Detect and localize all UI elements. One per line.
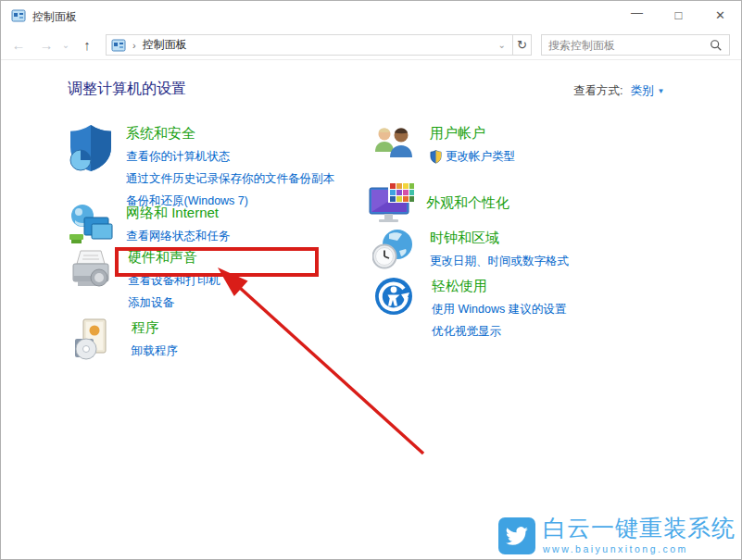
category-link[interactable]: 查看你的计算机状态 (126, 148, 334, 165)
refresh-button[interactable]: ↻ (512, 34, 532, 56)
watermark-url: www.baiyunxitong.com (543, 543, 736, 554)
uac-shield-icon (430, 149, 442, 164)
breadcrumb-chevron-icon[interactable]: › (132, 40, 136, 51)
search-input[interactable] (542, 39, 710, 52)
category-link[interactable]: 通过文件历史记录保存你的文件备份副本 (126, 170, 334, 187)
close-button[interactable]: ✕ (699, 1, 741, 29)
globe-clock-icon[interactable] (372, 229, 419, 273)
category-title-programs[interactable]: 程序 (132, 319, 178, 337)
category-link[interactable]: 添加设备 (128, 294, 220, 311)
category-title-appearance-and-personalization[interactable]: 外观和个性化 (426, 194, 509, 212)
minimize-button[interactable]: — (616, 1, 658, 29)
view-by-control: 查看方式: 类别 ▼ (573, 83, 664, 99)
category-title-network-and-internet[interactable]: 网络和 Internet (126, 205, 231, 222)
watermark-title: 白云一键重装系统 (543, 516, 736, 540)
category-title-user-accounts[interactable]: 用户帐户 (430, 125, 515, 143)
category-link[interactable]: 卸载程序 (132, 342, 178, 359)
category-programs: 程序 卸载程序 (74, 318, 178, 365)
view-by-label: 查看方式: (573, 83, 623, 99)
users-icon[interactable] (372, 124, 419, 165)
page-title: 调整计算机的设置 (68, 80, 186, 99)
category-title-ease-of-access[interactable]: 轻松使用 (432, 278, 566, 295)
security-shield-icon[interactable] (69, 124, 115, 177)
category-clock-and-region: 时钟和区域 更改日期、时间或数字格式 (372, 229, 569, 275)
back-button[interactable]: ← (6, 30, 31, 60)
recent-pages-chevron-icon[interactable]: ⌄ (58, 30, 73, 60)
control-panel-icon (11, 8, 26, 23)
search-icon[interactable] (710, 39, 723, 52)
category-title-hardware-and-sound[interactable]: 硬件和声音 (128, 249, 220, 267)
view-by-dropdown[interactable]: 类别 ▼ (630, 83, 664, 99)
category-title-system-and-security[interactable]: 系统和安全 (126, 125, 334, 143)
navigation-bar: ← → ⌄ ↑ › 控制面板 ⌄ ↻ (1, 30, 741, 60)
control-panel-icon (111, 38, 126, 53)
address-dropdown-icon[interactable]: ⌄ (498, 40, 506, 50)
forward-button[interactable]: → (34, 30, 58, 60)
category-link[interactable]: 使用 Windows 建议的设置 (432, 301, 566, 317)
breadcrumb[interactable]: 控制面板 (143, 37, 498, 53)
up-button[interactable]: ↑ (75, 30, 99, 60)
category-hardware-and-sound: 硬件和声音 查看设备和打印机 添加设备 (70, 248, 220, 317)
control-panel-window: 控制面板 — □ ✕ ← → ⌄ ↑ › 控制面板 ⌄ ↻ (0, 0, 742, 560)
category-link[interactable]: 更改日期、时间或数字格式 (430, 253, 569, 269)
category-user-accounts: 用户帐户 更改帐户类型 (372, 124, 515, 170)
category-link[interactable]: 优化视觉显示 (432, 323, 566, 340)
address-bar[interactable]: › 控制面板 ⌄ (106, 34, 513, 56)
category-link[interactable]: 查看设备和打印机 (128, 272, 220, 289)
category-system-and-security: 系统和安全 查看你的计算机状态 通过文件历史记录保存你的文件备份副本 备份和还原… (69, 124, 334, 215)
chevron-down-icon: ▼ (657, 87, 664, 95)
category-appearance-and-personalization: 外观和个性化 (369, 181, 509, 228)
network-globe-icon[interactable] (69, 204, 115, 250)
window-title: 控制面板 (32, 9, 77, 25)
maximize-button[interactable]: □ (658, 1, 699, 29)
monitor-palette-icon[interactable] (369, 181, 415, 228)
category-ease-of-access: 轻松使用 使用 Windows 建议的设置 优化视觉显示 (374, 277, 566, 345)
bird-logo-icon (498, 517, 535, 554)
category-link[interactable]: 查看网络状态和任务 (126, 228, 231, 244)
category-link[interactable]: 更改帐户类型 (446, 148, 515, 165)
titlebar: 控制面板 — □ ✕ (1, 1, 741, 30)
watermark: 白云一键重装系统 www.baiyunxitong.com (498, 516, 736, 554)
software-box-icon[interactable] (74, 318, 120, 365)
printer-icon[interactable] (70, 248, 117, 294)
category-title-clock-and-region[interactable]: 时钟和区域 (430, 230, 569, 247)
ease-of-access-icon[interactable] (374, 277, 421, 319)
search-box (541, 34, 730, 56)
category-network-and-internet: 网络和 Internet 查看网络状态和任务 (69, 204, 231, 250)
